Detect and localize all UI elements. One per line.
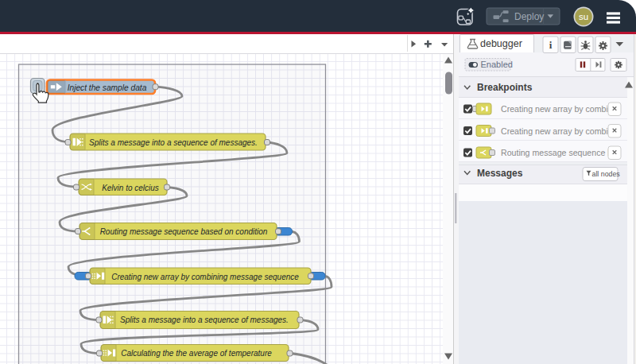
svg-text:Routing message sequence based: Routing message sequence based on condit… (100, 227, 268, 235)
svg-text:Breakpoints: Breakpoints (477, 82, 533, 93)
svg-text:all nodes: all nodes (592, 169, 621, 177)
svg-text:Creating new array by combinin: Creating new array by combining message … (111, 272, 299, 281)
svg-text:Splits a message into a sequen: Splits a message into a sequence of mess… (120, 316, 289, 324)
svg-text:i: i (549, 39, 553, 51)
svg-text:debugger: debugger (480, 38, 522, 49)
svg-text:su: su (579, 12, 588, 21)
svg-text:Splits a message into a sequen: Splits a message into a sequence of mess… (89, 137, 258, 146)
svg-text:Deploy: Deploy (514, 11, 544, 22)
svg-text:Messages: Messages (477, 167, 523, 178)
svg-text:Enabled: Enabled (481, 60, 513, 69)
svg-text:Inject the sample data: Inject the sample data (68, 83, 147, 91)
svg-text:Kelvin to celcius: Kelvin to celcius (102, 183, 159, 192)
svg-text:Calculating the the average of: Calculating the the average of temperatu… (121, 348, 272, 357)
